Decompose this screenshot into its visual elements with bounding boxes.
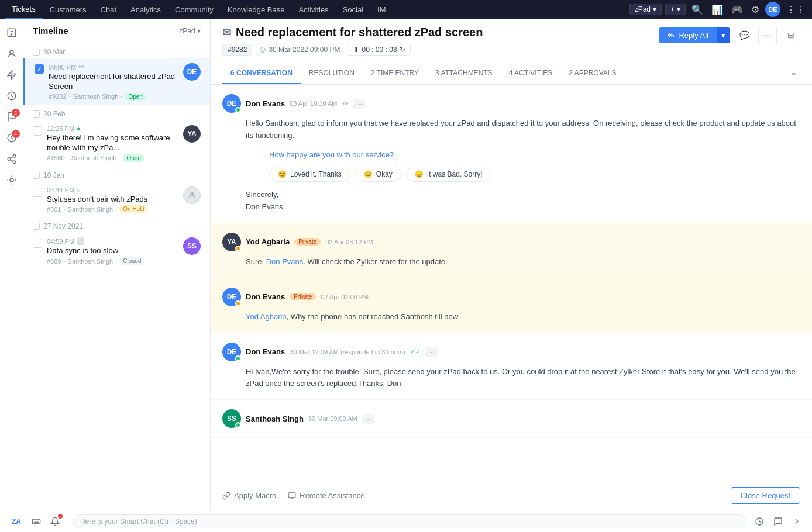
ticket-checkbox-9282[interactable]: ✓ <box>35 64 44 74</box>
ticket-item-689[interactable]: 04:59 PM ⬜ Data sync is too slow #689 · … <box>23 233 210 270</box>
email-icon-689: ⬜ <box>77 237 85 245</box>
zpad-button[interactable]: zPad ▾ <box>629 4 662 15</box>
nav-item-chat[interactable]: Chat <box>94 0 123 19</box>
ticket-title-area: ✉ Need replacement for shattered zPad sc… <box>222 26 659 56</box>
date-label-27nov: 27 Nov 2021 <box>33 222 201 230</box>
tabs-more-icon[interactable]: ≡ <box>786 63 800 84</box>
tab-attachments[interactable]: 3 ATTACHMENTS <box>427 63 501 84</box>
settings-icon[interactable]: ⚙ <box>749 3 762 16</box>
ticket-checkbox-1580[interactable] <box>33 126 42 136</box>
reply-all-button[interactable]: Reply All <box>659 27 717 43</box>
nav-item-social[interactable]: Social <box>336 0 370 19</box>
reply-all-group: Reply All ▾ <box>659 27 730 43</box>
msg-header-3: DE Don Evans Private 02 Apr 02:00 PM <box>222 288 800 306</box>
sidebar-icon-flags[interactable]: 2 <box>2 108 21 126</box>
msg-body-1: Hello Santhosh, glad to inform you that … <box>246 118 800 213</box>
bottom-bar: Apply Macro Remote Assistance Close Requ… <box>211 481 812 510</box>
sidebar-icon-history[interactable] <box>2 87 21 105</box>
ticket-subject-9282: Need replacement for shattered zPad Scre… <box>49 72 178 92</box>
sidebar-icon-bug[interactable] <box>2 171 21 189</box>
ticket-attrs: #9282 30 Mar 2022 09:00 PM ⏸ 00 : 00 : 0… <box>222 44 659 56</box>
satisfaction-loved-btn[interactable]: 😊 Loved it. Thanks <box>269 167 350 182</box>
ticket-time-689: 04:59 PM ⬜ <box>47 237 178 245</box>
tab-time-entry[interactable]: 2 TIME ENTRY <box>363 63 427 84</box>
nav-item-analytics[interactable]: Analytics <box>123 0 168 19</box>
satisfaction-bad-btn[interactable]: 😞 It was Bad. Sorry! <box>406 167 491 182</box>
nav-item-knowledge-base[interactable]: Knowledge Base <box>221 0 292 19</box>
satisfaction-okay-btn[interactable]: 😐 Okay <box>355 167 401 182</box>
message-block-1: DE Don Evans 03 Apr 10:10 AM ✏ ··· Hello… <box>211 85 812 223</box>
svg-line-13 <box>10 157 13 158</box>
tab-resolution[interactable]: RESOLUTION <box>301 63 363 84</box>
msg-edit-icon-1[interactable]: ✏ <box>342 99 349 108</box>
don-evans-link-2[interactable]: Don Evans <box>266 257 304 266</box>
msg-more-icon-5[interactable]: ··· <box>362 414 374 424</box>
svg-marker-5 <box>8 71 16 80</box>
ticket-info-801: 03:44 PM ○ Styluses don't pair with zPad… <box>47 186 178 213</box>
ticket-mail-icon: ✉ <box>222 26 231 39</box>
ticket-item-1580[interactable]: 12:25 PM ● Hey there! I'm having some so… <box>23 120 210 167</box>
online-dot-3 <box>235 300 241 306</box>
new-button[interactable]: + ▾ <box>665 4 686 15</box>
private-tag-3: Private <box>290 293 316 300</box>
timeline-zpad-tag[interactable]: zPad ▾ <box>179 27 201 35</box>
nav-item-activities[interactable]: Activities <box>291 0 335 19</box>
msg-more-icon-4[interactable]: ··· <box>425 347 438 357</box>
online-dot-4 <box>235 355 241 361</box>
svg-point-19 <box>191 192 194 195</box>
msg-body-3: Yod Agbaria, Why the phone has not reach… <box>246 311 800 323</box>
reply-all-dropdown-button[interactable]: ▾ <box>717 27 730 43</box>
sidebar-icon-clock[interactable]: 4 <box>2 129 21 147</box>
ticket-datetime: 30 Mar 2022 09:00 PM <box>259 46 340 54</box>
ticket-checkbox-801[interactable] <box>33 188 42 197</box>
nav-item-tickets[interactable]: Tickets <box>5 0 43 19</box>
yod-agbaria-link[interactable]: Yod Agbaria <box>246 312 287 321</box>
sidebar-icon-contacts[interactable] <box>2 44 21 63</box>
ticket-meta-1580: #1580 · Santhosh Singh · Open <box>47 154 178 162</box>
ticket-header: ✉ Need replacement for shattered zPad sc… <box>211 19 812 63</box>
tab-approvals[interactable]: 2 APPROVALS <box>560 63 624 84</box>
apply-macro-action[interactable]: Apply Macro <box>222 491 276 500</box>
nav-item-im[interactable]: IM <box>370 0 393 19</box>
avatar-icon[interactable]: DE <box>765 2 780 17</box>
tab-conversation[interactable]: 6 CONVERSATION <box>222 63 301 84</box>
sidebar-icon-share[interactable] <box>2 150 21 168</box>
ticket-checkbox-689[interactable] <box>33 239 42 248</box>
svg-point-4 <box>10 50 13 54</box>
grid-icon[interactable]: ⋮⋮ <box>784 3 807 16</box>
more-header-icon[interactable]: ··· <box>758 26 777 44</box>
chat-icon-za[interactable]: ZA <box>7 513 26 530</box>
nav-item-community[interactable]: Community <box>168 0 221 19</box>
svg-point-10 <box>8 158 11 161</box>
sidebar-icon-timeline[interactable] <box>2 23 21 42</box>
chat-right-icon-clock[interactable] <box>751 513 768 530</box>
ticket-meta-689: #689 · Santhosh Singh · Closed <box>47 257 178 265</box>
chat-icon-notification[interactable] <box>47 513 63 530</box>
sidebar-icon-alerts[interactable] <box>2 65 21 84</box>
chat-right-icon-send[interactable] <box>789 513 805 530</box>
nav-item-customers[interactable]: Customers <box>43 0 94 19</box>
online-dot-5 <box>235 422 241 428</box>
remote-assistance-action[interactable]: Remote Assistance <box>288 491 364 500</box>
date-label-10jan: 10 Jan <box>33 171 201 179</box>
filter-header-icon[interactable]: ⊟ <box>782 26 800 44</box>
games-icon[interactable]: 🎮 <box>729 3 745 16</box>
smart-chat-input[interactable]: Here is your Smart Chat (Ctrl+Space) <box>73 514 746 528</box>
reports-icon[interactable]: 📊 <box>709 3 725 16</box>
date-group-27nov: 27 Nov 2021 <box>23 217 210 233</box>
ticket-item-9282[interactable]: ✓ 09:00 PM ✉ Need replacement for shatte… <box>23 58 210 105</box>
conversation-tabs: 6 CONVERSATION RESOLUTION 2 TIME ENTRY 3… <box>211 63 812 85</box>
msg-more-icon-1[interactable]: ··· <box>353 99 366 109</box>
msg-body-4: Hi Ivan,We're sorry for the trouble! Sur… <box>246 366 800 391</box>
chat-icon-keyboard[interactable] <box>28 513 44 530</box>
search-icon[interactable]: 🔍 <box>689 3 706 16</box>
msg-time-1: 03 Apr 10:10 AM <box>290 100 337 107</box>
msg-sender-2: Yod Agbaria <box>246 237 290 246</box>
msg-header-4: DE Don Evans 30 Mar 12:09 AM (responded … <box>222 343 800 361</box>
message-block-3: DE Don Evans Private 02 Apr 02:00 PM Yod… <box>211 278 812 333</box>
chat-header-icon[interactable]: 💬 <box>735 26 753 44</box>
ticket-item-801[interactable]: 03:44 PM ○ Styluses don't pair with zPad… <box>23 182 210 218</box>
tab-activities[interactable]: 4 ACTIVITIES <box>501 63 561 84</box>
chat-right-icon-comment[interactable] <box>770 513 786 530</box>
close-request-button[interactable]: Close Request <box>731 487 800 504</box>
